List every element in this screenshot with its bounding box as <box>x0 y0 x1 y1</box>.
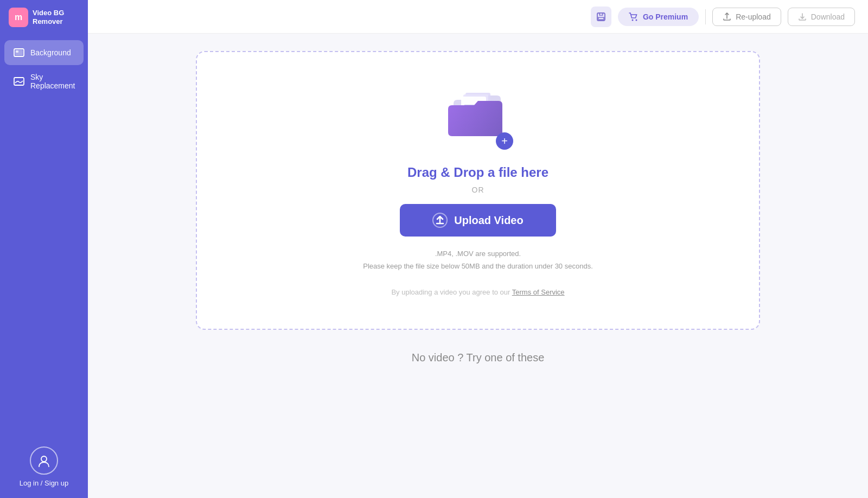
or-label: OR <box>472 186 484 194</box>
download-icon <box>798 12 807 21</box>
svg-point-6 <box>631 19 633 21</box>
sidebar-nav: Background SkyReplacement <box>0 35 88 102</box>
upload-video-button[interactable]: Upload Video <box>400 204 556 237</box>
plus-badge: + <box>496 132 513 150</box>
sidebar-item-background[interactable]: Background <box>4 40 84 65</box>
logo-text: Video BGRemover <box>33 9 64 25</box>
download-button[interactable]: Download <box>788 8 855 26</box>
terms-text: By uploading a video you agree to our Te… <box>391 288 564 296</box>
file-info: .MP4, .MOV are supported. Please keep th… <box>363 247 593 273</box>
reupload-label: Re-upload <box>736 12 771 21</box>
no-video-label: No video ? Try one of these <box>196 352 760 364</box>
terms-link[interactable]: Terms of Service <box>512 288 565 296</box>
file-info-line2: Please keep the file size below 50MB and… <box>363 260 593 272</box>
avatar[interactable] <box>30 446 58 475</box>
sidebar: m Video BGRemover Background <box>0 0 88 498</box>
download-label: Download <box>811 12 845 21</box>
sidebar-item-sky-replacement[interactable]: SkyReplacement <box>4 66 84 97</box>
upload-icon <box>723 12 731 21</box>
svg-point-4 <box>41 456 47 462</box>
svg-point-7 <box>635 19 637 21</box>
content-area: + Drag & Drop a file here OR Upload Vide… <box>88 34 868 498</box>
save-button[interactable] <box>591 7 611 27</box>
upload-video-icon <box>432 213 448 228</box>
sky-icon <box>13 75 25 87</box>
upload-dropzone[interactable]: + Drag & Drop a file here OR Upload Vide… <box>196 51 760 330</box>
premium-label: Go Premium <box>643 12 688 21</box>
image-icon <box>13 47 25 59</box>
folder-illustration: + <box>443 85 513 150</box>
header: Go Premium Re-upload Download <box>88 0 868 34</box>
upload-button-label: Upload Video <box>454 214 523 227</box>
sidebar-label-sky: SkyReplacement <box>30 73 75 90</box>
svg-rect-2 <box>16 50 18 53</box>
header-divider <box>705 9 706 24</box>
login-label[interactable]: Log in / Sign up <box>20 479 68 487</box>
cart-icon <box>629 12 639 22</box>
terms-prefix: By uploading a video you agree to our <box>391 288 512 296</box>
sidebar-bottom: Log in / Sign up <box>9 436 79 498</box>
go-premium-button[interactable]: Go Premium <box>618 8 699 26</box>
reupload-button[interactable]: Re-upload <box>712 8 781 26</box>
file-info-line1: .MP4, .MOV are supported. <box>363 247 593 260</box>
logo-icon: m <box>9 8 28 27</box>
sidebar-label-background: Background <box>30 48 71 57</box>
app-logo: m Video BGRemover <box>0 0 88 35</box>
no-video-section: No video ? Try one of these <box>196 352 760 364</box>
drag-drop-title: Drag & Drop a file here <box>407 165 548 180</box>
main-content: Go Premium Re-upload Download <box>88 0 868 498</box>
